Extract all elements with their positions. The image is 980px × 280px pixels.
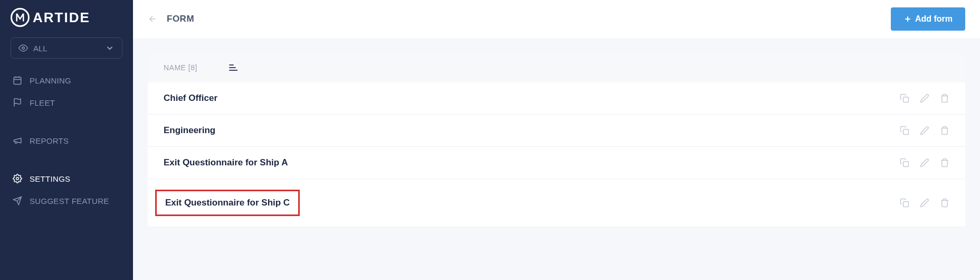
plus-icon [903, 15, 912, 23]
row-actions [900, 94, 949, 103]
svg-rect-1 [14, 77, 21, 85]
svg-point-0 [22, 47, 25, 50]
page-header: FORM Add form [133, 0, 980, 38]
send-icon [13, 196, 22, 206]
row-name: Exit Questionnaire for Ship A [164, 157, 288, 168]
table-row[interactable]: Chief Officer [148, 82, 965, 115]
table-row[interactable]: Exit Questionnaire for Ship C [148, 179, 965, 227]
flag-icon [13, 98, 22, 107]
edit-icon[interactable] [920, 198, 929, 208]
page-title: FORM [167, 14, 194, 24]
trash-icon[interactable] [940, 158, 949, 167]
add-form-button[interactable]: Add form [891, 7, 965, 31]
brand-name: ARTIDE [33, 10, 90, 26]
row-name: Exit Questionnaire for Ship C [155, 190, 300, 216]
brand-logo[interactable]: ARTIDE [0, 8, 133, 27]
sidebar: ARTIDE ALL PLANNING FLEET REPORTS SETTIN… [0, 0, 133, 280]
svg-rect-16 [903, 129, 909, 135]
table-row[interactable]: Exit Questionnaire for Ship A [148, 147, 965, 179]
copy-icon[interactable] [900, 94, 909, 103]
row-name: Chief Officer [164, 93, 217, 104]
svg-point-6 [16, 178, 19, 180]
sidebar-item-planning[interactable]: PLANNING [0, 69, 133, 91]
trash-icon[interactable] [940, 94, 949, 103]
row-actions [900, 158, 949, 167]
row-actions [900, 126, 949, 135]
brand-logo-icon [11, 8, 30, 27]
edit-icon[interactable] [920, 126, 929, 135]
filter-dropdown[interactable]: ALL [11, 38, 122, 59]
sidebar-item-settings[interactable]: SETTINGS [0, 167, 133, 190]
row-name: Engineering [164, 125, 215, 136]
edit-icon[interactable] [920, 94, 929, 103]
table-header: NAME [8] [148, 53, 965, 82]
svg-rect-17 [903, 162, 909, 167]
copy-icon[interactable] [900, 198, 909, 208]
sidebar-item-label: FLEET [30, 98, 55, 107]
sidebar-item-suggest[interactable]: SUGGEST FEATURE [0, 190, 133, 212]
eye-icon [18, 43, 28, 53]
sidebar-item-label: REPORTS [30, 136, 69, 145]
sidebar-item-fleet[interactable]: FLEET [0, 91, 133, 114]
sidebar-item-label: SETTINGS [30, 174, 70, 183]
sort-icon[interactable] [229, 64, 237, 71]
add-button-label: Add form [915, 14, 953, 24]
calendar-icon [13, 76, 22, 85]
forms-table: NAME [8] Chief OfficerEngineeringExit Qu… [148, 53, 965, 227]
copy-icon[interactable] [900, 126, 909, 135]
sidebar-item-reports[interactable]: REPORTS [0, 129, 133, 152]
sidebar-item-label: SUGGEST FEATURE [30, 197, 109, 206]
svg-rect-18 [903, 202, 909, 207]
row-actions [900, 198, 949, 208]
svg-rect-15 [903, 97, 909, 102]
table-column-name[interactable]: NAME [8] [164, 63, 197, 72]
copy-icon[interactable] [900, 158, 909, 167]
main-content: FORM Add form NAME [8] Chief OfficerEngi… [133, 0, 980, 280]
gear-icon [13, 174, 22, 183]
back-arrow-icon[interactable] [148, 14, 157, 24]
trash-icon[interactable] [940, 198, 949, 208]
sidebar-item-label: PLANNING [30, 76, 71, 85]
filter-label: ALL [33, 44, 47, 53]
megaphone-icon [13, 136, 22, 145]
table-row[interactable]: Engineering [148, 115, 965, 147]
chevron-down-icon [105, 43, 115, 53]
trash-icon[interactable] [940, 126, 949, 135]
edit-icon[interactable] [920, 158, 929, 167]
